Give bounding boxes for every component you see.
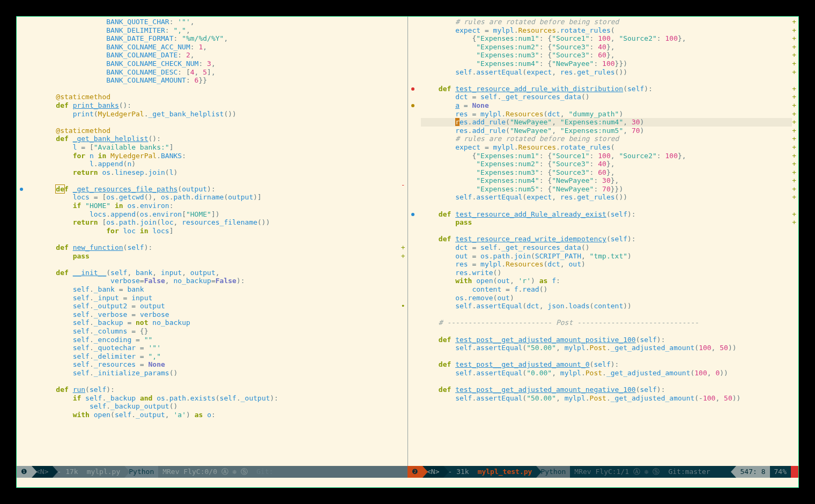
modeline-right[interactable]: ❷ <N> - 31k mylpl_test.py Python MRev Fl… — [408, 466, 798, 478]
split-panes: - BANK_QUOTE_CHAR: '"', BANK_DELIMITER: … — [17, 17, 798, 466]
vc-branch[interactable]: Git:master — [664, 466, 714, 478]
modeline-left[interactable]: ❶ <N> - 17k mylpl.py Python MRev FlyC:0/… — [17, 466, 408, 478]
right-pane[interactable]: # rules are rotated before being stored … — [408, 17, 799, 466]
scroll-percent: 74% — [770, 466, 791, 478]
right-code-buffer[interactable]: # rules are rotated before being stored … — [408, 17, 799, 402]
left-diff-column: + + • — [401, 18, 405, 419]
echo-area[interactable] — [17, 478, 798, 487]
modelines: ❶ <N> - 17k mylpl.py Python MRev FlyC:0/… — [17, 466, 798, 478]
right-diff-column: + + + + + + + + + + + + + + + + + + + + … — [792, 18, 796, 411]
window-number-indicator: ❶ — [17, 466, 32, 478]
buffer-filename[interactable]: mylpl_test.py — [473, 466, 537, 478]
left-code-buffer[interactable]: BANK_QUOTE_CHAR: '"', BANK_DELIMITER: ",… — [17, 17, 408, 419]
window-number-indicator: ❷ — [408, 466, 423, 478]
editor-frame: - BANK_QUOTE_CHAR: '"', BANK_DELIMITER: … — [16, 16, 799, 488]
vc-branch[interactable]: Git: — [252, 466, 277, 478]
left-pane[interactable]: - BANK_QUOTE_CHAR: '"', BANK_DELIMITER: … — [17, 17, 408, 466]
cursor-position: 547: 8 — [736, 466, 770, 478]
buffer-filename[interactable]: mylpl.py — [83, 466, 125, 478]
minor-modes[interactable]: MRev FlyC:1/1 Ⓐ ❊ Ⓢ — [570, 466, 664, 478]
powerline-end-cap — [791, 466, 798, 478]
minor-modes[interactable]: MRev FlyC:0/0 Ⓐ ❊ Ⓢ — [158, 466, 252, 478]
